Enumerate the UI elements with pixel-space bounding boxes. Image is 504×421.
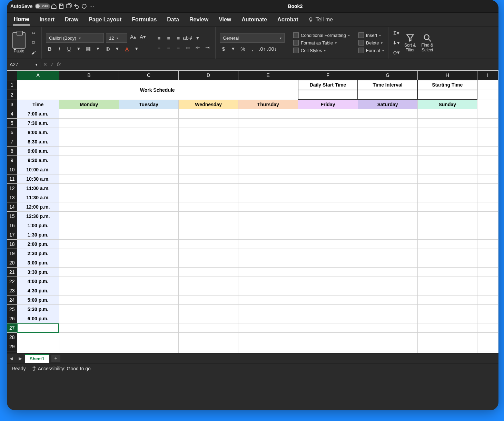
- cell[interactable]: [179, 156, 238, 165]
- cell[interactable]: [477, 174, 498, 184]
- cell[interactable]: [179, 249, 238, 258]
- cell[interactable]: [119, 165, 178, 174]
- cell[interactable]: [119, 268, 178, 277]
- cell[interactable]: [417, 323, 477, 333]
- cell[interactable]: [238, 156, 298, 165]
- comma-icon[interactable]: ,: [249, 45, 256, 52]
- clear-icon[interactable]: ◇▾: [393, 49, 400, 56]
- time-interval-header[interactable]: Time Interval: [358, 80, 417, 90]
- underline-button[interactable]: U: [65, 45, 73, 52]
- cell[interactable]: [179, 268, 238, 277]
- header-sunday[interactable]: Sunday: [417, 100, 477, 109]
- header-tuesday[interactable]: Tuesday: [119, 100, 178, 109]
- cell[interactable]: [59, 193, 119, 202]
- cell[interactable]: [358, 277, 417, 286]
- cell[interactable]: [477, 147, 498, 156]
- cell[interactable]: [417, 193, 477, 202]
- cell[interactable]: [358, 295, 417, 305]
- cell[interactable]: [358, 286, 417, 295]
- cell[interactable]: [59, 258, 119, 268]
- cell[interactable]: [298, 258, 358, 268]
- cell[interactable]: [238, 184, 298, 193]
- cell[interactable]: [179, 202, 238, 212]
- cell[interactable]: [477, 221, 498, 230]
- tab-automate[interactable]: Automate: [241, 14, 268, 25]
- decrease-font-icon[interactable]: A▾: [139, 33, 147, 41]
- cell[interactable]: [477, 323, 498, 333]
- cell[interactable]: [179, 165, 238, 174]
- cell[interactable]: [358, 174, 417, 184]
- cell[interactable]: [179, 193, 238, 202]
- cell[interactable]: [119, 277, 178, 286]
- cell[interactable]: [417, 202, 477, 212]
- row-header[interactable]: 10: [7, 165, 17, 174]
- cell[interactable]: [179, 147, 238, 156]
- cell[interactable]: [298, 305, 358, 314]
- cell[interactable]: [298, 165, 358, 174]
- row-header[interactable]: 1: [7, 80, 17, 90]
- cell[interactable]: [298, 156, 358, 165]
- time-cell[interactable]: 3:00 p.m.: [17, 258, 59, 268]
- header-wednesday[interactable]: Wednesday: [179, 100, 238, 109]
- cell[interactable]: [477, 249, 498, 258]
- cell[interactable]: [59, 314, 119, 323]
- sheet-nav-next[interactable]: ▶: [16, 356, 25, 361]
- time-cell[interactable]: 12:30 p.m.: [17, 212, 59, 221]
- cell[interactable]: [238, 286, 298, 295]
- cell[interactable]: [238, 249, 298, 258]
- increase-decimal-icon[interactable]: .0↑: [258, 45, 266, 52]
- undo-icon[interactable]: [73, 2, 80, 10]
- cell[interactable]: [238, 333, 298, 342]
- cell[interactable]: [358, 119, 417, 128]
- cell[interactable]: [238, 119, 298, 128]
- wrap-more-icon[interactable]: ▾: [194, 34, 201, 42]
- cell[interactable]: [358, 333, 417, 342]
- cell[interactable]: [238, 128, 298, 137]
- cell[interactable]: [358, 249, 417, 258]
- cell[interactable]: [417, 258, 477, 268]
- format-painter-icon[interactable]: 🖌: [30, 49, 37, 56]
- cell[interactable]: [358, 305, 417, 314]
- starting-time-value[interactable]: [417, 90, 477, 100]
- cell[interactable]: [477, 268, 498, 277]
- cell[interactable]: [179, 314, 238, 323]
- row-header[interactable]: 6: [7, 128, 17, 137]
- cell[interactable]: [358, 147, 417, 156]
- cell[interactable]: [119, 119, 178, 128]
- time-cell[interactable]: 8:30 a.m.: [17, 137, 59, 147]
- row-header[interactable]: 11: [7, 174, 17, 184]
- cell[interactable]: [358, 109, 417, 119]
- cancel-icon[interactable]: ✕: [43, 62, 47, 67]
- cell[interactable]: [179, 333, 238, 342]
- time-cell[interactable]: 1:00 p.m.: [17, 221, 59, 230]
- cell[interactable]: [119, 323, 178, 333]
- time-cell[interactable]: 9:30 a.m.: [17, 156, 59, 165]
- time-cell[interactable]: 7:30 a.m.: [17, 119, 59, 128]
- cell[interactable]: [59, 277, 119, 286]
- row-header[interactable]: 9: [7, 156, 17, 165]
- cell[interactable]: [358, 240, 417, 249]
- column-header[interactable]: D: [179, 71, 238, 80]
- cell[interactable]: [119, 184, 178, 193]
- cell[interactable]: [59, 184, 119, 193]
- cell[interactable]: [477, 119, 498, 128]
- cell[interactable]: [238, 323, 298, 333]
- cell[interactable]: [59, 286, 119, 295]
- time-cell[interactable]: 5:30 p.m.: [17, 305, 59, 314]
- cell[interactable]: [119, 305, 178, 314]
- cell[interactable]: [238, 165, 298, 174]
- conditional-formatting-button[interactable]: Conditional Formatting▾: [293, 32, 350, 38]
- cell[interactable]: [238, 305, 298, 314]
- cell[interactable]: [477, 230, 498, 240]
- row-header[interactable]: 25: [7, 305, 17, 314]
- cell[interactable]: [59, 109, 119, 119]
- cell[interactable]: [179, 240, 238, 249]
- time-cell[interactable]: 3:30 p.m.: [17, 268, 59, 277]
- row-header[interactable]: 21: [7, 268, 17, 277]
- column-header[interactable]: C: [119, 71, 178, 80]
- cell[interactable]: [358, 230, 417, 240]
- cell[interactable]: [179, 184, 238, 193]
- cell[interactable]: [298, 221, 358, 230]
- autosum-icon[interactable]: Σ▾: [393, 29, 400, 37]
- cell[interactable]: [358, 202, 417, 212]
